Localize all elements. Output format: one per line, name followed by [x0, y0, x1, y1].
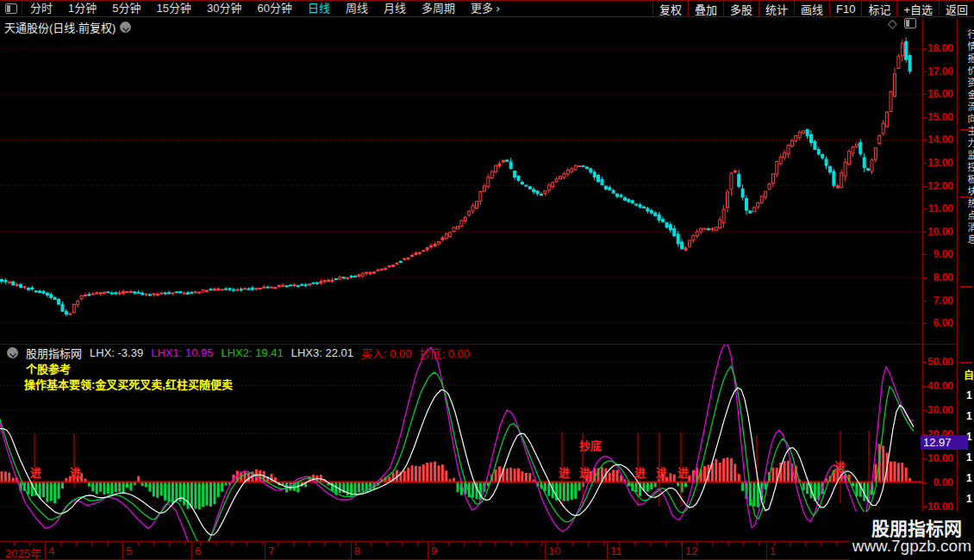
month-boundary	[682, 542, 683, 559]
date-axis[interactable]: 2025年4567891011121	[0, 541, 957, 560]
date-minor-tick	[309, 542, 309, 545]
date-minor-tick	[184, 542, 185, 545]
toolbar-button-统计[interactable]: 统计	[759, 1, 794, 16]
indicator-tickmark	[922, 482, 927, 483]
strip-tab-watchlist[interactable]: 自	[964, 367, 974, 382]
date-minor-tick	[759, 542, 759, 545]
price-tick-12.00: 12.00	[924, 180, 953, 192]
period-tab-分时[interactable]: 分时	[22, 1, 60, 16]
date-minor-tick	[821, 542, 821, 545]
indicator-field-LHX2: LHX2: 19.41	[221, 346, 283, 359]
toolbar-button-复权[interactable]: 复权	[652, 1, 688, 16]
date-minor-tick	[510, 542, 511, 545]
indicator-field-LHX: LHX: -3.39	[90, 346, 143, 359]
price-tick-16.00: 16.00	[924, 88, 953, 100]
date-label-9: 9	[431, 544, 437, 557]
right-vertical-tabs[interactable]: 行情报价资金流向主力监控板块热点消息	[965, 29, 974, 246]
indicator-tickmark	[922, 507, 927, 507]
period-tab-月线[interactable]: 月线	[376, 1, 414, 16]
diamond-marker-icon[interactable]: ◇	[888, 17, 897, 29]
date-label-7: 7	[268, 544, 274, 557]
date-minor-tick	[464, 542, 465, 545]
watermark: 股朋指标网 www.7gpzb.com	[849, 512, 974, 560]
toolbar-buttons: 复权叠加多股统计画线F10标记+自选返回	[652, 1, 974, 16]
period-tab-60分钟[interactable]: 60分钟	[249, 1, 299, 16]
date-label-1: 1	[770, 544, 776, 557]
period-tab-多周期[interactable]: 多周期	[414, 1, 463, 16]
toolbar-button-叠加[interactable]: 叠加	[688, 1, 723, 16]
period-tab-更多 ›[interactable]: 更多 ›	[463, 1, 508, 16]
date-minor-tick	[712, 542, 713, 545]
price-tickmark	[922, 48, 927, 49]
date-minor-tick	[371, 542, 371, 545]
indicator-collapse-icon[interactable]	[7, 347, 18, 358]
indicator-field-抄底: 抄底: 0.00	[420, 345, 471, 361]
price-tickmark	[922, 186, 927, 187]
date-label-8: 8	[354, 544, 360, 557]
date-minor-tick	[293, 542, 294, 545]
date-minor-tick	[262, 542, 263, 545]
date-minor-tick	[278, 542, 278, 545]
split-panel-icon	[5, 3, 17, 14]
price-tickmark	[922, 72, 927, 72]
period-tab-5分钟[interactable]: 5分钟	[104, 1, 148, 16]
date-minor-tick	[603, 542, 604, 545]
strip-price-digit: 1	[966, 451, 972, 464]
toolbar-button-+自选[interactable]: +自选	[896, 1, 939, 16]
indicator-note-1: 个股参考	[26, 360, 71, 376]
date-minor-tick	[417, 542, 418, 545]
svg-text:进: 进	[634, 466, 646, 479]
month-boundary	[351, 542, 352, 559]
indicator-chart[interactable]: 进进进进进进进进抄底	[0, 345, 922, 541]
date-minor-tick	[402, 542, 403, 545]
panel-toggle-icon[interactable]	[904, 18, 916, 28]
date-minor-tick	[650, 542, 651, 545]
indicator-tickmark	[922, 362, 927, 363]
candlestick-chart[interactable]	[0, 36, 922, 344]
month-boundary	[191, 542, 192, 559]
date-minor-tick	[153, 542, 154, 545]
indicator-tick-10.00: 10.00	[924, 452, 953, 464]
date-label-2025年: 2025年	[5, 544, 41, 560]
top-toolbar: 分时1分钟5分钟15分钟30分钟60分钟日线周线月线多周期更多 › 复权叠加多股…	[0, 0, 974, 17]
date-minor-tick	[743, 542, 744, 545]
toolbar-button-标记[interactable]: 标记	[861, 1, 896, 16]
date-label-6: 6	[195, 544, 201, 557]
price-tickmark	[922, 323, 927, 324]
price-tickmark	[922, 277, 927, 278]
indicator-tick-0.00: 0.00	[924, 476, 953, 488]
period-tab-周线[interactable]: 周线	[338, 1, 376, 16]
price-tick-13.00: 13.00	[924, 157, 953, 169]
price-tickmark	[922, 163, 927, 164]
toolbar-button-返回[interactable]: 返回	[939, 1, 974, 16]
month-boundary	[428, 542, 428, 559]
date-minor-tick	[727, 542, 728, 545]
toolbar-button-F10[interactable]: F10	[829, 1, 861, 16]
svg-text:进: 进	[579, 466, 590, 479]
toolbar-button-多股[interactable]: 多股	[723, 1, 759, 16]
date-minor-tick	[572, 542, 573, 545]
price-tick-15.00: 15.00	[924, 111, 953, 123]
strip-divider	[960, 129, 972, 131]
toolbar-button-画线[interactable]: 画线	[794, 1, 829, 16]
period-tab-30分钟[interactable]: 30分钟	[199, 1, 249, 16]
indicator-field-LHX3: LHX3: 22.01	[291, 346, 353, 359]
layout-toggle-button[interactable]	[0, 1, 22, 16]
price-tick-11.00: 11.00	[924, 202, 953, 215]
price-tickmark	[922, 232, 927, 233]
period-tab-日线[interactable]: 日线	[300, 1, 338, 16]
price-tick-14.00: 14.00	[924, 134, 953, 146]
watermark-url: www.7gpzb.com	[852, 537, 971, 556]
period-tabs: 分时1分钟5分钟15分钟30分钟60分钟日线周线月线多周期更多 ›	[22, 1, 508, 16]
period-tab-1分钟[interactable]: 1分钟	[60, 1, 104, 16]
strip-price-digit: 1	[966, 472, 972, 484]
svg-text:进: 进	[559, 466, 570, 479]
month-boundary	[122, 542, 123, 559]
date-minor-tick	[836, 542, 837, 545]
right-sidebar-strip[interactable]: 行情报价资金流向主力监控板块热点消息自1111111	[958, 19, 974, 541]
strip-price-digit: 1	[966, 410, 972, 422]
title-dropdown-icon[interactable]	[120, 22, 131, 33]
period-tab-15分钟[interactable]: 15分钟	[148, 1, 198, 16]
strip-divider	[960, 286, 972, 288]
date-minor-tick	[231, 542, 232, 545]
